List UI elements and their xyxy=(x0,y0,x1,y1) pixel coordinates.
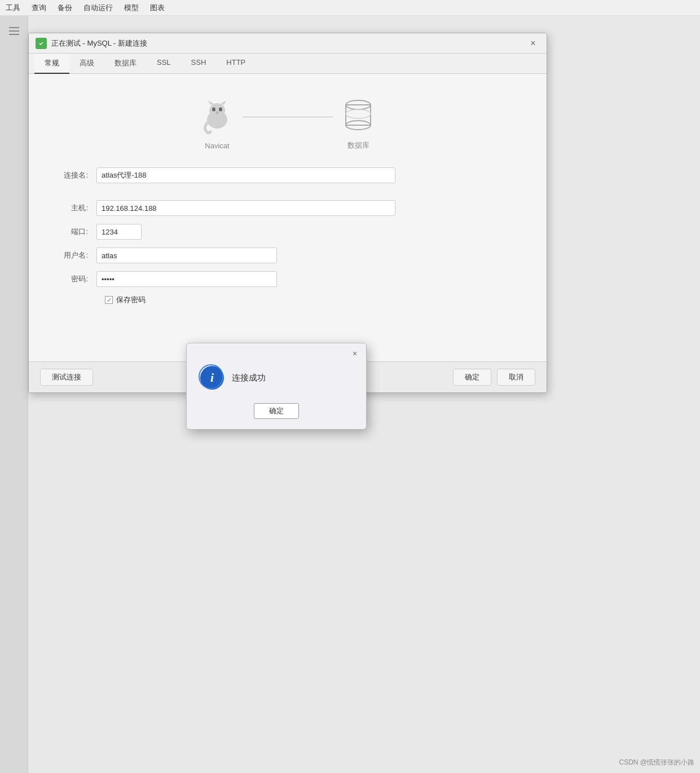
port-label: 端口: xyxy=(46,227,96,237)
dialog-close-button[interactable]: × xyxy=(526,37,540,50)
csdn-watermark: CSDN @慌慌张张的小路 xyxy=(619,758,694,767)
menu-item-chart[interactable]: 图表 xyxy=(150,3,165,13)
popup-message: 连接成功 xyxy=(232,373,266,383)
svg-marker-6 xyxy=(221,100,226,105)
username-label: 用户名: xyxy=(46,250,96,260)
menu-item-autorun[interactable]: 自动运行 xyxy=(83,3,113,13)
sidebar-settings-icon[interactable] xyxy=(3,20,25,42)
menu-item-tool[interactable]: 工具 xyxy=(6,3,20,13)
svg-point-4 xyxy=(209,103,225,118)
info-icon xyxy=(200,366,224,390)
connection-name-label: 连接名: xyxy=(46,170,96,180)
left-sidebar xyxy=(0,16,28,773)
connection-line xyxy=(243,117,333,117)
cancel-button[interactable]: 取消 xyxy=(497,369,535,386)
test-connection-button[interactable]: 测试连接 xyxy=(40,369,93,386)
navicat-icon xyxy=(197,98,237,137)
password-label: 密码: xyxy=(46,274,96,284)
svg-point-8 xyxy=(219,107,222,111)
database-label: 数据库 xyxy=(347,140,369,151)
connection-name-input[interactable] xyxy=(96,167,395,183)
database-icon xyxy=(338,96,378,136)
database-illust: 数据库 xyxy=(338,96,378,151)
username-input[interactable] xyxy=(96,248,277,263)
tab-bar: 常规 高级 数据库 SSL SSH HTTP xyxy=(29,54,547,74)
popup-footer: 确定 xyxy=(187,401,366,429)
navicat-label: Navicat xyxy=(205,142,229,150)
ok-button[interactable]: 确定 xyxy=(453,369,491,386)
svg-point-9 xyxy=(216,111,218,113)
icon-ring xyxy=(199,364,223,389)
dialog-titlebar: 正在测试 - MySQL - 新建连接 × xyxy=(29,33,547,54)
background-area: 正在测试 - MySQL - 新建连接 × 常规 高级 数据库 SSL SSH … xyxy=(0,16,700,773)
svg-point-7 xyxy=(212,107,215,111)
port-row: 端口: xyxy=(46,224,530,240)
main-dialog: 正在测试 - MySQL - 新建连接 × 常规 高级 数据库 SSL SSH … xyxy=(28,33,547,393)
save-password-checkbox[interactable]: ✓ xyxy=(105,296,113,304)
footer-right-buttons: 确定 取消 xyxy=(453,369,535,386)
connection-illustration: Navicat 数据库 xyxy=(46,96,530,151)
menu-item-backup[interactable]: 备份 xyxy=(58,3,72,13)
host-row: 主机: xyxy=(46,200,530,216)
connection-name-row: 连接名: xyxy=(46,167,530,183)
host-input[interactable] xyxy=(96,200,395,216)
navicat-logo-icon xyxy=(36,38,47,49)
top-menu-bar: 工具 查询 备份 自动运行 模型 图表 xyxy=(0,0,700,16)
svg-marker-5 xyxy=(208,100,214,105)
username-row: 用户名: xyxy=(46,248,530,263)
svg-rect-2 xyxy=(9,34,19,35)
navicat-illust: Navicat xyxy=(197,98,237,150)
tab-general[interactable]: 常规 xyxy=(34,54,69,74)
svg-rect-0 xyxy=(9,27,19,28)
success-popup: × 连接成功 确定 xyxy=(186,343,367,430)
tab-ssh[interactable]: SSH xyxy=(181,54,217,74)
dialog-content: Navicat 数据库 xyxy=(29,74,547,361)
popup-ok-button[interactable]: 确定 xyxy=(254,403,299,419)
port-input[interactable] xyxy=(96,224,142,240)
svg-rect-1 xyxy=(9,30,19,32)
svg-point-13 xyxy=(346,109,371,118)
tab-advanced[interactable]: 高级 xyxy=(69,54,104,74)
menu-item-model[interactable]: 模型 xyxy=(124,3,139,13)
password-row: 密码: xyxy=(46,271,530,287)
menu-item-query[interactable]: 查询 xyxy=(32,3,46,13)
tab-http[interactable]: HTTP xyxy=(216,54,256,74)
save-password-label: 保存密码 xyxy=(116,295,146,305)
password-input[interactable] xyxy=(96,271,277,287)
popup-close-button[interactable]: × xyxy=(349,348,360,359)
tab-database[interactable]: 数据库 xyxy=(104,54,147,74)
tab-ssl[interactable]: SSL xyxy=(147,54,181,74)
save-password-row: ✓ 保存密码 xyxy=(105,295,530,305)
dialog-title: 正在测试 - MySQL - 新建连接 xyxy=(51,38,526,48)
host-label: 主机: xyxy=(46,203,96,213)
popup-titlebar: × xyxy=(187,343,366,361)
popup-body: 连接成功 xyxy=(187,361,366,401)
